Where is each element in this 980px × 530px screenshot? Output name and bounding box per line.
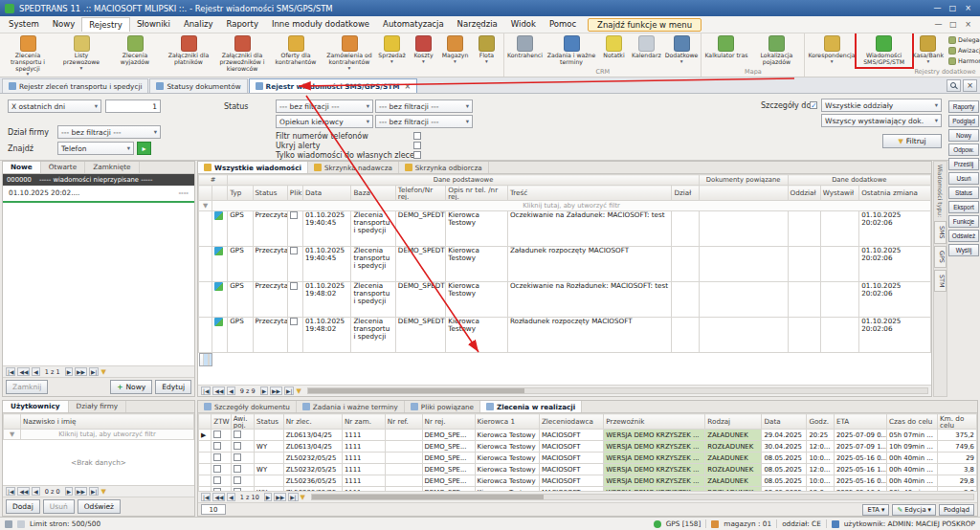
magazyn-status[interactable]: magazyn : 01 [724, 519, 771, 528]
raporty-button[interactable]: Raporty [948, 100, 979, 113]
next-fast-button[interactable]: ▶▶ [274, 493, 286, 501]
first-page-button[interactable]: |◀ [201, 493, 211, 501]
funkcje-button[interactable]: Funkcje [948, 215, 979, 228]
close-tab-button[interactable]: × [963, 79, 977, 92]
scrollbar-thumb[interactable] [312, 495, 544, 499]
message-row[interactable]: GPSPrzeczytane01.10.2025 19:40:45Zleceni… [199, 211, 931, 247]
ribbon-transport-orders-button[interactable]: Zlecenia transportu i spedycji▾ [1, 34, 55, 77]
next-page-button[interactable]: ▶ [264, 493, 272, 501]
prev-fast-button[interactable]: ◀◀ [212, 493, 225, 501]
col-data[interactable]: Data [302, 186, 350, 201]
col-status[interactable]: Status [255, 414, 284, 430]
menu-automatyzacja[interactable]: Automatyzacja [376, 17, 451, 32]
cell-awi-poj[interactable] [231, 464, 254, 475]
eta-select[interactable]: ETA▾ [862, 504, 889, 516]
tab-szczegóły-dokumentu[interactable]: Szczegóły dokumentu [198, 401, 297, 412]
gps-status[interactable]: GPS [158] [666, 519, 702, 528]
status-select[interactable]: --- bez filtracji --- ▾ [276, 99, 373, 113]
last-page-button[interactable]: ▶| [89, 367, 99, 376]
checkbox[interactable] [234, 465, 241, 473]
mdi-restore-button[interactable]: □ [947, 20, 959, 29]
first-page-button[interactable]: |◀ [201, 386, 211, 395]
menu-widok[interactable]: Widok [504, 17, 543, 32]
filter-icon[interactable]: ▼ [100, 488, 105, 496]
col-typ[interactable]: Typ [228, 186, 253, 201]
message-row[interactable]: GPSPrzeczytane01.10.2025 19:48:02Zleceni… [199, 282, 931, 318]
col-nr-ref[interactable]: Nr ref. [385, 414, 422, 430]
page-size-input[interactable]: 10 [201, 504, 226, 515]
filtruj-button[interactable]: ▼ Filtruj [882, 134, 942, 148]
filter-icon[interactable]: ▼ [296, 387, 301, 395]
menu-pomoc[interactable]: Pomoc [543, 17, 583, 32]
status-button[interactable]: Status [948, 187, 979, 199]
ribbon-trip-orders-button[interactable]: Zlecenia wyjazdów [108, 34, 162, 66]
horizontal-scrollbar[interactable] [311, 494, 974, 500]
podgląd-button[interactable]: Podgląd [948, 115, 979, 127]
tab-skrzynka-nadawcza[interactable]: Skrzynka nadawcza [308, 162, 399, 173]
col-opis-nr-tel-nr-rej[interactable]: Opis nr tel. /nr rej. [446, 186, 508, 201]
tab-otwarte[interactable]: Otwarte [41, 162, 85, 173]
group-header[interactable]: 000000 ----- wiadomości nieprzypisane --… [3, 174, 194, 186]
menu-system[interactable]: System [2, 17, 46, 32]
col-eta[interactable]: ETA [834, 414, 886, 430]
last-days-input[interactable]: 1 [105, 99, 161, 113]
ribbon-correspondence-button[interactable]: Korespondencja▾ [806, 34, 857, 64]
menu-narzędzia[interactable]: Narzędzia [451, 17, 504, 32]
tab-nowe[interactable]: Nowe [3, 162, 41, 173]
menu-nowy[interactable]: Nowy [46, 17, 82, 32]
next-page-button[interactable]: ▶ [65, 367, 73, 376]
ribbon-calendar-button[interactable]: Kalendarz [630, 34, 663, 59]
prev-fast-button[interactable]: ◀◀ [212, 386, 225, 395]
restore-button[interactable]: □ [946, 4, 960, 12]
opiekun-select[interactable]: Opiekun kierowcy ▾ [276, 115, 373, 128]
odśwież-button[interactable]: Odśwież [948, 230, 979, 242]
menu-rejestry[interactable]: Rejestry [81, 17, 130, 32]
eksport-button[interactable]: Eksport [948, 201, 979, 213]
find-in-menu[interactable]: Znajdź funkcje w menu [588, 18, 702, 32]
order-row[interactable]: ZL50236/05/251111DEMO_SPE...Kierowca Tes… [199, 475, 977, 487]
ribbon-vehicle-location-button[interactable]: Lokalizacja pojazdów [749, 34, 803, 66]
col-zleceniodawca[interactable]: Zleceniodawca [539, 414, 603, 430]
oddzial-status[interactable]: oddział: CE [782, 519, 821, 528]
col-awi-poj[interactable]: Awi. poj. [231, 414, 254, 430]
type-tab-sms[interactable]: SMS [934, 221, 947, 244]
minimize-button[interactable]: — [930, 4, 945, 12]
ribbon-tasks-button[interactable]: Zadania i ważne terminy [545, 34, 598, 66]
next-fast-button[interactable]: ▶▶ [75, 487, 87, 496]
scrollbar-thumb[interactable] [308, 388, 525, 393]
dodaj-button[interactable]: Dodaj [6, 499, 40, 514]
ribbon-extra-button[interactable]: Dodatkowe▾ [663, 34, 701, 64]
next-page-button[interactable]: ▶ [65, 487, 73, 496]
menu-analizy[interactable]: Analizy [177, 17, 220, 32]
prev-fast-button[interactable]: ◀◀ [17, 487, 30, 496]
ribbon-waybills-button[interactable]: Listy przewozowe▾ [55, 34, 108, 71]
col-nr-rej[interactable]: Nr rej. [422, 414, 475, 430]
ribbon-contractors-button[interactable]: Kontrahenci [505, 34, 545, 59]
search-button[interactable] [947, 79, 961, 92]
menu-raporty[interactable]: Raporty [220, 17, 265, 32]
next-fast-button[interactable]: ▶▶ [270, 386, 282, 395]
checkbox[interactable] [234, 431, 241, 438]
filter-hint[interactable]: Kliknij tutaj, aby utworzyć filtr [212, 201, 931, 211]
checkbox[interactable] [234, 476, 241, 484]
last-page-button[interactable]: ▶| [284, 386, 294, 395]
mdi-close-button[interactable]: × [962, 20, 974, 29]
tab-użytkownicy[interactable]: Użytkownicy [3, 401, 69, 412]
tab-działy-firmy[interactable]: Działy firmy [69, 401, 127, 412]
checkbox[interactable] [234, 442, 241, 450]
issuers-select[interactable]: Wszyscy wystawiający dok. ▾ [821, 114, 942, 127]
checkbox[interactable] [213, 431, 221, 438]
checkbox[interactable] [290, 318, 298, 325]
order-row[interactable]: ZL50232/05/251111DEMO_SPE...Kierowca Tes… [199, 453, 977, 464]
checkbox[interactable] [234, 453, 241, 461]
cell-ztw[interactable] [212, 453, 231, 464]
last-page-button[interactable]: ▶| [288, 493, 298, 501]
edytuj-button[interactable]: Edytuj [155, 380, 191, 394]
col-km-do-celu[interactable]: Km. do celu [938, 414, 977, 430]
menu-słowniki[interactable]: Słowniki [130, 17, 177, 32]
tab-zlecenia-w-realizacji[interactable]: Zlecenia w realizacji [480, 401, 582, 412]
close-icon[interactable]: × [405, 82, 412, 91]
ribbon-warehouse-button[interactable]: Magazyn▾ [439, 34, 471, 64]
checkbox[interactable] [213, 453, 221, 461]
ribbon-fleet-button[interactable]: Flota▾ [471, 34, 502, 64]
